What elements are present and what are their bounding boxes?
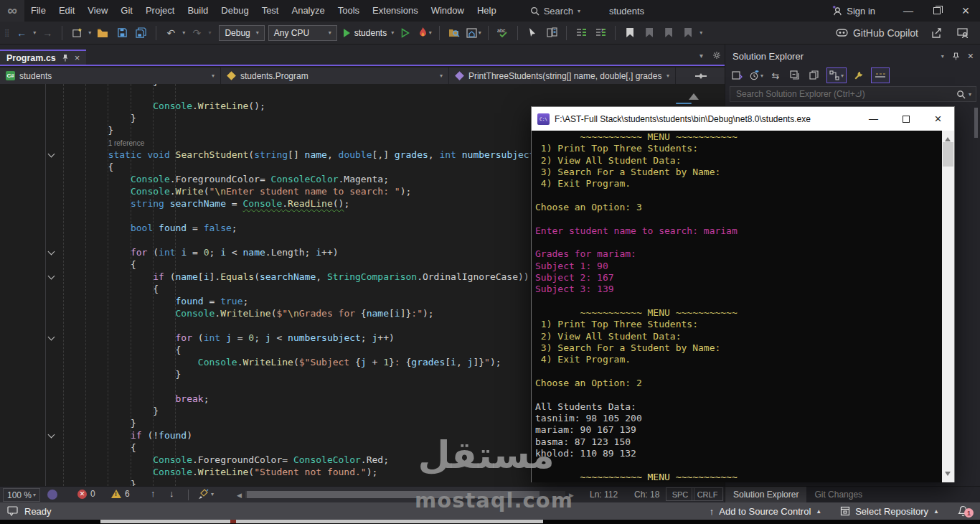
menu-debug[interactable]: Debug	[215, 0, 255, 22]
tab-solution-explorer[interactable]: Solution Explorer	[725, 487, 806, 502]
navigate-back-caret-icon[interactable]: ▾	[33, 29, 36, 36]
menu-project[interactable]: Project	[139, 0, 181, 22]
visual-studio-logo-icon[interactable]: ∞	[0, 0, 24, 22]
minimize-button[interactable]: —	[894, 0, 923, 22]
bookmark-overflow-caret-icon[interactable]: ▾	[699, 29, 702, 36]
menu-help[interactable]: Help	[471, 0, 503, 22]
selection-mode-button[interactable]	[524, 24, 540, 42]
filter-button[interactable]: ▾	[749, 67, 763, 83]
document-health-icon[interactable]	[47, 490, 57, 500]
scroll-up-icon[interactable]	[945, 134, 951, 141]
console-body[interactable]: ~~~~~~~~~~~ MENU ~~~~~~~~~~~ 1) Print To…	[532, 131, 954, 482]
new-project-caret-icon[interactable]: ▾	[88, 29, 91, 36]
toggle-bookmark-button[interactable]	[622, 24, 638, 42]
sync-selection-button[interactable]: ▾	[826, 67, 847, 83]
restore-button[interactable]	[923, 0, 951, 22]
menu-window[interactable]: Window	[425, 0, 471, 22]
menu-analyze[interactable]: Analyze	[285, 0, 331, 22]
hot-reload-button[interactable]: ▾	[417, 24, 433, 42]
spaces-toggle[interactable]: SPC	[666, 487, 694, 501]
search-control[interactable]: Search ▾	[530, 6, 580, 17]
new-project-button[interactable]	[69, 24, 85, 42]
fold-chevron-icon[interactable]	[48, 334, 55, 341]
next-bookmark-button[interactable]	[661, 24, 677, 42]
error-count-button[interactable]: ✕ 0	[77, 489, 95, 499]
panel-options-caret-icon[interactable]: ▾	[941, 53, 944, 60]
collapse-all-button[interactable]	[788, 67, 802, 83]
uncomment-lines-button[interactable]: ?	[593, 24, 608, 42]
tab-git-changes[interactable]: Git Changes	[806, 487, 870, 502]
fold-chevron-icon[interactable]	[48, 248, 55, 256]
start-debug-button[interactable]: students ▾	[344, 24, 394, 42]
format-document-button[interactable]	[544, 24, 560, 42]
platform-select[interactable]: Any CPU ▾	[268, 25, 337, 41]
previous-issue-button[interactable]: ↑	[151, 488, 156, 499]
split-editor-button[interactable]	[677, 67, 725, 84]
switch-views-button[interactable]	[730, 67, 744, 83]
next-issue-button[interactable]: ↓	[169, 488, 174, 499]
redo-button[interactable]: ↷	[189, 24, 204, 42]
code-cleanup-button[interactable]: ▾	[198, 489, 214, 500]
scroll-down-icon[interactable]	[945, 472, 951, 479]
tab-list-caret-icon[interactable]: ▾	[699, 52, 703, 60]
line-ending-toggle[interactable]: CRLF	[692, 487, 723, 501]
warning-count-button[interactable]: 6	[111, 489, 130, 499]
console-titlebar[interactable]: C:\ F:\AST-Full Stack\students\students\…	[532, 107, 954, 131]
start-without-debug-button[interactable]	[397, 24, 413, 42]
navigate-back-button[interactable]: ←	[14, 24, 29, 42]
console-scrollbar[interactable]	[942, 131, 954, 482]
scrollbar-thumb[interactable]	[943, 142, 953, 167]
close-button[interactable]: ×	[951, 0, 980, 22]
menu-extensions[interactable]: Extensions	[366, 0, 425, 22]
navigate-forward-button[interactable]: →	[39, 24, 55, 42]
close-panel-icon[interactable]: ×	[968, 50, 974, 62]
menu-edit[interactable]: Edit	[52, 0, 81, 22]
add-to-source-control-button[interactable]: ↑ Add to Source Control ▲	[710, 506, 821, 517]
menu-view[interactable]: View	[81, 0, 114, 22]
show-all-files-button[interactable]	[807, 67, 821, 83]
search-input[interactable]	[730, 89, 956, 99]
select-repository-button[interactable]: Select Repository ▲	[840, 506, 939, 517]
configuration-select[interactable]: Debug ▾	[219, 25, 264, 41]
editor-options-gear-icon[interactable]	[712, 51, 721, 60]
undo-caret-icon[interactable]: ▾	[182, 29, 185, 36]
project-dropdown[interactable]: C# students ▾	[0, 67, 221, 84]
send-feedback-button[interactable]	[954, 24, 970, 42]
console-minimize-button[interactable]: —	[857, 107, 890, 131]
open-file-button[interactable]	[95, 24, 110, 42]
sync-with-active-document-button[interactable]: ⇆	[768, 67, 783, 83]
console-maximize-button[interactable]	[890, 107, 922, 131]
sign-in-button[interactable]: Sign in	[831, 6, 875, 17]
toolbar-drag-handle[interactable]: ⣿	[4, 29, 10, 37]
close-tab-icon[interactable]: ×	[75, 52, 80, 63]
menu-build[interactable]: Build	[181, 0, 215, 22]
console-close-button[interactable]: ×	[922, 107, 954, 131]
window-layout-button[interactable]: ▾	[466, 24, 481, 42]
notifications-button[interactable]: 1	[958, 505, 969, 517]
clear-bookmarks-button[interactable]	[680, 24, 696, 42]
menu-git[interactable]: Git	[114, 0, 139, 22]
type-dropdown[interactable]: students.Program ▾	[221, 67, 449, 84]
pin-icon[interactable]	[953, 52, 959, 60]
spell-check-button[interactable]: abc	[495, 24, 511, 42]
menu-tools[interactable]: Tools	[331, 0, 366, 22]
zoom-select[interactable]: 100 % ▾	[3, 488, 40, 502]
panel-scrollbar-thumb[interactable]	[974, 108, 978, 138]
previous-bookmark-button[interactable]	[641, 24, 657, 42]
solution-explorer-search[interactable]: ▾	[730, 86, 976, 102]
menu-file[interactable]: File	[24, 0, 52, 22]
member-dropdown[interactable]: PrintThreeStudents(string[] name, double…	[449, 67, 676, 84]
fold-chevron-icon[interactable]	[48, 273, 55, 280]
scroll-left-icon[interactable]: ◀	[237, 492, 242, 499]
save-all-button[interactable]	[133, 24, 149, 42]
fold-chevron-icon[interactable]	[48, 431, 55, 439]
redo-caret-icon[interactable]: ▾	[208, 29, 211, 36]
properties-button[interactable]	[852, 67, 866, 83]
comment-lines-button[interactable]	[573, 24, 589, 42]
menu-test[interactable]: Test	[255, 0, 286, 22]
scroll-up-icon[interactable]	[689, 88, 699, 100]
share-button[interactable]	[928, 24, 944, 42]
github-copilot-button[interactable]: GitHub Copilot	[836, 24, 918, 42]
undo-button[interactable]: ↶	[163, 24, 179, 42]
preview-selected-items-button[interactable]	[871, 67, 890, 83]
